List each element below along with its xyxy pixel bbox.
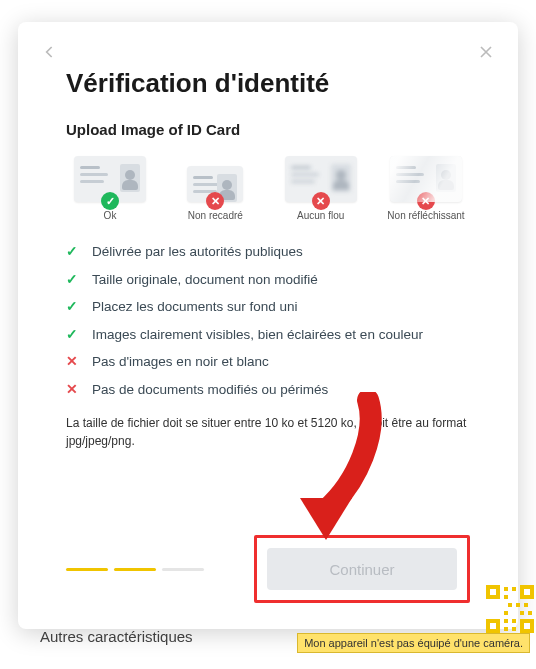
cross-icon: ✕: [66, 353, 82, 371]
rule-item: ✕Pas de documents modifiés ou périmés: [66, 381, 470, 399]
checkmark-icon: ✓: [66, 298, 82, 316]
modal-subtitle: Upload Image of ID Card: [66, 121, 470, 138]
cross-icon: ✕: [206, 192, 224, 210]
checkmark-icon: ✓: [66, 271, 82, 289]
continue-button[interactable]: Continuer: [267, 548, 457, 590]
qr-code-icon: [486, 585, 534, 633]
svg-rect-20: [512, 627, 516, 631]
rules-list: ✓Délivrée par les autorités publiques ✓T…: [66, 243, 470, 398]
example-no-blur: ✕ Aucun flou: [277, 156, 365, 221]
svg-rect-11: [524, 603, 528, 607]
svg-rect-6: [504, 587, 508, 591]
close-button[interactable]: [476, 42, 496, 62]
cross-icon: ✕: [417, 192, 435, 210]
background-footer-text: Autres caractéristiques: [40, 628, 193, 645]
svg-rect-5: [490, 623, 496, 629]
svg-rect-10: [516, 603, 520, 607]
rule-item: ✓Placez les documents sur fond uni: [66, 298, 470, 316]
highlight-box: Continuer: [254, 535, 470, 603]
svg-rect-7: [512, 587, 516, 591]
example-label: Ok: [104, 210, 117, 221]
modal-title: Vérification d'identité: [66, 68, 470, 99]
example-not-cropped: ✕ Non recadré: [171, 156, 259, 221]
svg-rect-15: [504, 619, 508, 623]
file-size-note: La taille de fichier doit se situer entr…: [66, 414, 470, 450]
svg-rect-14: [528, 611, 532, 615]
rule-item: ✓Délivrée par les autorités publiques: [66, 243, 470, 261]
example-label: Non réfléchissant: [387, 210, 464, 221]
example-row: ✓ Ok ✕ Non recadré ✕ Aucun flou ✕ Non ré…: [66, 156, 470, 221]
rule-item: ✓Images clairement visibles, bien éclair…: [66, 326, 470, 344]
example-no-reflection: ✕ Non réfléchissant: [382, 156, 470, 221]
checkmark-icon: ✓: [66, 326, 82, 344]
svg-rect-9: [508, 603, 512, 607]
checkmark-icon: ✓: [101, 192, 119, 210]
rule-item: ✕Pas d'images en noir et blanc: [66, 353, 470, 371]
back-button[interactable]: [40, 42, 60, 62]
camera-warning: Mon appareil n'est pas équipé d'une camé…: [297, 633, 530, 653]
example-label: Non recadré: [188, 210, 243, 221]
cross-icon: ✕: [312, 192, 330, 210]
svg-rect-1: [490, 589, 496, 595]
svg-rect-16: [512, 619, 516, 623]
svg-rect-13: [520, 611, 524, 615]
progress-indicator: [66, 568, 204, 571]
rule-item: ✓Taille originale, document non modifié: [66, 271, 470, 289]
svg-rect-3: [524, 589, 530, 595]
checkmark-icon: ✓: [66, 243, 82, 261]
example-label: Aucun flou: [297, 210, 344, 221]
svg-rect-12: [504, 611, 508, 615]
svg-rect-18: [524, 623, 530, 629]
svg-rect-8: [504, 595, 508, 599]
identity-verification-modal: Vérification d'identité Upload Image of …: [18, 22, 518, 629]
cross-icon: ✕: [66, 381, 82, 399]
svg-rect-19: [504, 627, 508, 631]
example-ok: ✓ Ok: [66, 156, 154, 221]
